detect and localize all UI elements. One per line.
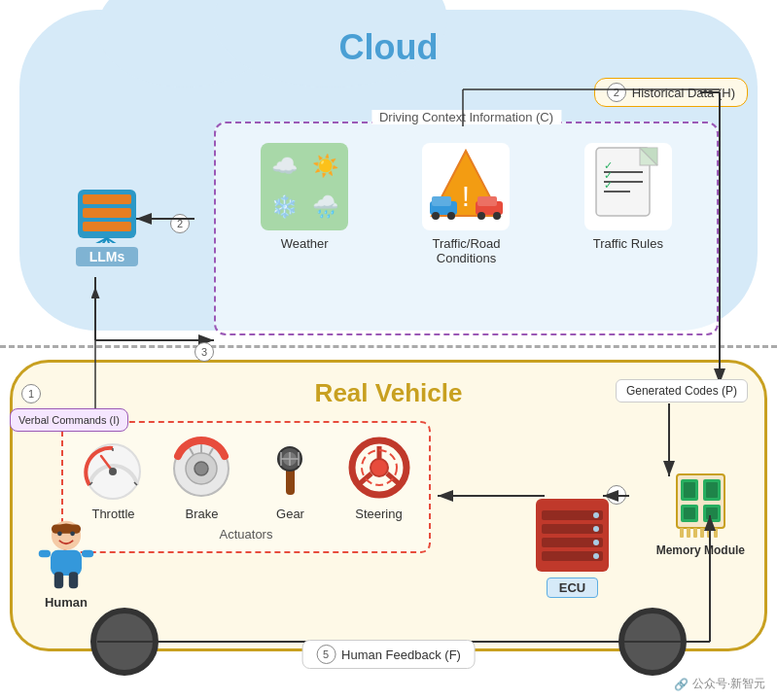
svg-rect-74 — [706, 508, 718, 519]
traffic-road-label: Traffic/RoadConditions — [432, 236, 500, 265]
memory-module-box: Memory Module — [656, 460, 745, 557]
human-figure: Human — [32, 515, 100, 610]
cloud-section: Cloud LLMs 2 Driving Context Information… — [19, 10, 758, 340]
svg-rect-64 — [39, 550, 51, 558]
svg-rect-76 — [687, 528, 690, 538]
server-row-2 — [542, 524, 603, 534]
svg-rect-1 — [83, 194, 131, 204]
svg-line-54 — [358, 473, 371, 485]
weather-cell-cloud: ☁️ — [265, 154, 303, 179]
ecu-server-icon — [536, 499, 609, 572]
historical-data-num: 2 — [607, 83, 626, 102]
traffic-rules-label: Traffic Rules — [593, 236, 663, 251]
throttle-icon — [79, 433, 149, 503]
svg-text:!: ! — [462, 180, 470, 212]
svg-rect-2 — [83, 208, 131, 218]
ecu-label: ECU — [547, 578, 598, 598]
human-label: Human — [45, 595, 88, 610]
wheel-left — [90, 608, 159, 676]
generated-codes-text: Generated Codes (P) — [626, 384, 737, 398]
gear-label: Gear — [276, 507, 304, 521]
cloud-vehicle-divider — [0, 345, 777, 348]
svg-rect-75 — [680, 528, 684, 538]
weather-label: Weather — [281, 236, 329, 251]
rules-svg: ✓ ✓ ✓ — [586, 143, 669, 230]
svg-rect-73 — [684, 508, 695, 519]
watermark: 🔗 公众号·新智元 — [674, 676, 765, 692]
rules-icon-box: ✓ ✓ ✓ — [584, 143, 672, 230]
server-row-3 — [542, 538, 603, 547]
step-4-circle: 4 — [607, 485, 626, 505]
driving-context-label: Driving Context Information (C) — [371, 110, 561, 124]
vehicle-section: Real Vehicle — [10, 360, 767, 651]
svg-point-20 — [477, 212, 485, 220]
svg-point-21 — [493, 212, 501, 220]
throttle-item: Throttle — [79, 433, 149, 521]
traffic-road-item: ! Traffic/RoadConditions — [393, 143, 539, 265]
svg-text:✓: ✓ — [604, 179, 613, 191]
traffic-icon-box: ! — [422, 143, 510, 230]
step-5-circle: 5 — [316, 645, 336, 664]
human-feedback-text: Human Feedback (F) — [341, 648, 461, 662]
human-avatar-svg — [32, 515, 100, 593]
weather-item: ☁️ ☀️ ❄️ 🌧️ Weather — [231, 143, 377, 251]
llms-box: LLMs — [73, 185, 141, 266]
svg-rect-63 — [69, 572, 78, 588]
svg-rect-19 — [477, 196, 497, 206]
gear-item: Gear — [256, 433, 326, 521]
svg-point-17 — [447, 212, 455, 220]
svg-point-34 — [109, 468, 117, 475]
memory-icon-svg — [669, 460, 732, 538]
svg-line-55 — [387, 473, 401, 485]
svg-rect-62 — [54, 572, 63, 588]
weather-cell-rain: 🌧️ — [305, 194, 344, 220]
steering-icon — [344, 433, 414, 503]
svg-point-60 — [57, 531, 62, 536]
weather-icon-box: ☁️ ☀️ ❄️ 🌧️ — [261, 143, 348, 230]
server-row-4 — [542, 551, 603, 561]
brake-icon — [167, 433, 237, 503]
svg-line-7 — [107, 238, 126, 243]
step-1-circle: 1 — [21, 384, 41, 403]
gear-icon — [256, 433, 326, 503]
generated-codes-label: Generated Codes (P) — [616, 379, 748, 402]
svg-point-52 — [371, 459, 388, 476]
brake-item: Brake — [167, 433, 237, 521]
svg-point-40 — [194, 462, 208, 475]
historical-data-label: 2 Historical Data (H) — [594, 78, 748, 107]
svg-rect-71 — [684, 482, 695, 498]
svg-rect-79 — [707, 528, 711, 538]
actuators-footer: Actuators — [73, 527, 419, 542]
brake-label: Brake — [186, 507, 219, 521]
llms-icon — [73, 185, 141, 243]
actuators-items: Throttle — [73, 433, 419, 521]
cloud-label: Cloud — [339, 27, 439, 68]
step2-llms: 2 — [170, 214, 190, 233]
memory-label: Memory Module — [656, 543, 745, 557]
steering-item: Steering — [344, 433, 414, 521]
svg-rect-80 — [714, 528, 718, 538]
svg-point-61 — [70, 531, 75, 536]
svg-rect-59 — [52, 524, 81, 533]
svg-rect-77 — [693, 528, 697, 538]
weather-cell-sun: ☀️ — [305, 154, 344, 179]
watermark-text: 公众号·新智元 — [692, 676, 765, 692]
vehicle-label: Real Vehicle — [315, 378, 463, 408]
traffic-svg: ! — [422, 143, 510, 230]
llms-label: LLMs — [76, 247, 139, 266]
server-row-1 — [542, 510, 603, 520]
svg-rect-72 — [706, 482, 718, 498]
actuators-box: Throttle — [61, 421, 431, 553]
step-3-circle: 3 — [194, 342, 214, 362]
watermark-icon: 🔗 — [674, 678, 689, 691]
context-items: ☁️ ☀️ ❄️ 🌧️ Weather ! — [216, 123, 717, 333]
human-feedback-bar: 5 Human Feedback (F) — [301, 640, 476, 669]
svg-rect-65 — [82, 550, 93, 558]
driving-context-box: Driving Context Information (C) ☁️ ☀️ ❄️… — [214, 122, 719, 335]
verbal-commands-label: Verbal Commands (I) — [10, 408, 128, 432]
historical-data-text: Historical Data (H) — [632, 86, 735, 100]
svg-rect-57 — [51, 550, 82, 576]
weather-cell-snow: ❄️ — [265, 194, 303, 220]
ecu-box: 4 ECU — [536, 499, 609, 598]
traffic-rules-item: ✓ ✓ ✓ Traffic Rules — [555, 143, 701, 251]
